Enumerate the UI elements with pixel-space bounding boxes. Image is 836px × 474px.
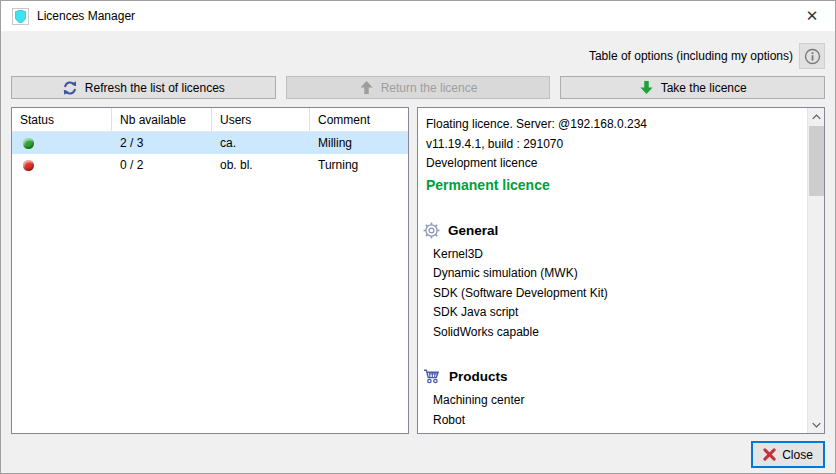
return-licence-button[interactable]: Return the licence [286,76,551,99]
users-cell: ca. [212,132,310,154]
scrollbar-thumb[interactable] [809,126,824,196]
table-row[interactable]: 2 / 3 ca. Milling [12,132,408,154]
nb-available-cell: 2 / 3 [112,132,212,154]
titlebar: Licences Manager ✕ [1,1,835,31]
general-items: Kernel3D Dynamic simulation (MWK) SDK (S… [426,245,803,343]
general-item: Dynamic simulation (MWK) [426,264,803,284]
general-item: SolidWorks capable [426,323,803,343]
return-licence-label: Return the licence [381,81,478,95]
products-section-header: Products [423,368,803,385]
refresh-icon [62,80,78,96]
close-button-label: Close [782,448,813,462]
refresh-licences-button[interactable]: Refresh the list of licences [11,76,276,99]
products-section-title: Products [449,369,508,384]
app-icon [12,8,29,25]
toolbar: Refresh the list of licences Return the … [11,76,825,99]
info-icon [804,48,821,65]
column-header-comment[interactable]: Comment [310,108,408,131]
column-header-status[interactable]: Status [12,108,112,131]
scrollbar-track[interactable] [808,125,825,416]
licences-manager-window: Licences Manager ✕ Table of options (inc… [0,0,836,474]
column-header-users[interactable]: Users [212,108,310,131]
close-x-icon [763,448,776,461]
take-licence-label: Take the licence [661,81,747,95]
main-content: Status Nb available Users Comment 2 / 3 … [11,107,825,434]
options-row: Table of options (including my options) [11,43,825,69]
server-line: Floating licence. Server: @192.168.0.234 [426,115,803,135]
scroll-down-button[interactable] [808,416,825,433]
licence-details-panel: Floating licence. Server: @192.168.0.234… [417,107,825,434]
window-close-button[interactable]: ✕ [789,1,835,31]
window-title: Licences Manager [37,9,135,23]
general-section-title: General [448,223,498,238]
licence-table: Status Nb available Users Comment 2 / 3 … [11,107,409,434]
arrow-up-icon [359,80,374,95]
gear-icon [423,222,440,239]
product-item: Machining center [426,391,803,411]
comment-cell: Milling [310,132,408,154]
info-button[interactable] [799,43,825,69]
general-item: Kernel3D [426,245,803,265]
status-red-icon [23,160,34,171]
refresh-licences-label: Refresh the list of licences [85,81,225,95]
users-cell: ob. bl. [212,154,310,176]
licence-type-line: Development licence [426,154,803,174]
cart-icon [423,368,441,385]
product-item: Horizontal Lathe [426,430,803,433]
version-line: v11.19.4.1, build : 291070 [426,135,803,155]
nb-available-cell: 0 / 2 [112,154,212,176]
chevron-up-icon [812,114,821,120]
chevron-down-icon [812,422,821,428]
general-section-header: General [423,222,803,239]
table-row[interactable]: 0 / 2 ob. bl. Turning [12,154,408,176]
products-items: Machining center Robot Horizontal Lathe … [426,391,803,433]
dialog-body: Table of options (including my options) … [1,43,835,468]
close-button[interactable]: Close [751,441,825,468]
general-item: SDK (Software Development Kit) [426,284,803,304]
table-header: Status Nb available Users Comment [12,108,408,132]
status-cell [12,154,112,176]
status-green-icon [23,138,34,149]
footer: Close [11,441,825,468]
arrow-down-icon [639,80,654,95]
shield-icon [15,10,26,23]
scroll-up-button[interactable] [808,108,825,125]
product-item: Robot [426,411,803,431]
general-item: SDK Java script [426,303,803,323]
take-licence-button[interactable]: Take the licence [560,76,825,99]
details-scrollbar[interactable] [807,108,824,433]
status-cell [12,132,112,154]
permanent-licence-line: Permanent licence [426,174,803,196]
column-header-nb-available[interactable]: Nb available [112,108,212,131]
options-label: Table of options (including my options) [589,49,793,63]
licence-details-content: Floating licence. Server: @192.168.0.234… [418,108,807,433]
comment-cell: Turning [310,154,408,176]
